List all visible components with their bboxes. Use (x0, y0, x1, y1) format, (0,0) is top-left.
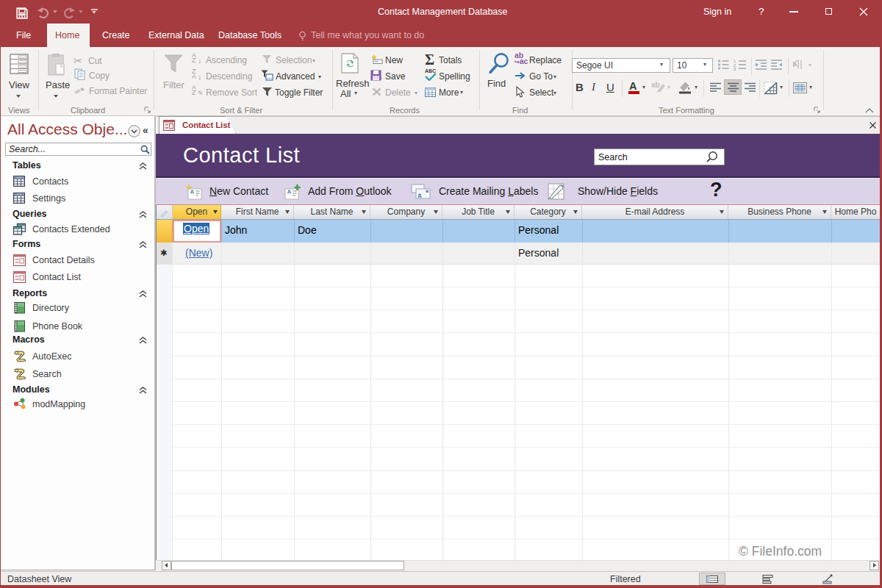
svg-text:3: 3 (734, 67, 736, 71)
